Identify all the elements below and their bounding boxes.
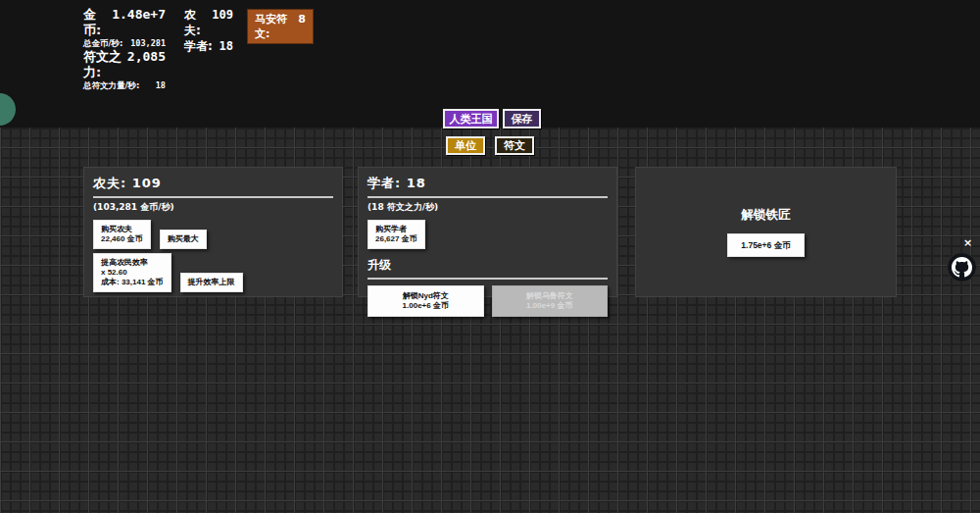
buy-farmer-label: 购买农夫	[101, 225, 143, 234]
gold-value: 1.48e+7	[112, 7, 166, 23]
scholar-panel-title: 学者: 18	[368, 175, 608, 192]
github-icon	[952, 257, 972, 278]
divider	[368, 278, 608, 280]
scholar-count: 学者: 18	[184, 38, 233, 54]
gold-label: 金币:	[83, 7, 112, 38]
maan-rune-label: 马安符文:	[255, 12, 298, 41]
unlock-nyd-label: 解锁Nyd符文	[372, 291, 479, 301]
buy-scholar-cost: 26,627 金币	[375, 234, 417, 244]
blacksmith-panel: 解锁铁匠 1.75e+6 金币	[635, 167, 897, 297]
gold-stat: 金币: 1.48e+7	[83, 7, 166, 38]
maan-rune-badge: 马安符文: 8	[247, 9, 314, 44]
buy-scholar-button[interactable]: 购买学者 26,627 金币	[368, 220, 425, 249]
github-link-button[interactable]	[947, 252, 977, 282]
tab-runes[interactable]: 符文	[495, 136, 534, 155]
buy-scholar-label: 购买学者	[375, 225, 417, 234]
maan-rune-value: 8	[298, 13, 306, 26]
rune-power-per-sec-value: 18	[156, 80, 166, 91]
save-button[interactable]: 保存	[503, 109, 541, 128]
farmer-count-value: 109	[212, 7, 233, 23]
github-widget-close-button[interactable]: ×	[963, 238, 972, 248]
improve-farmer-efficiency-button[interactable]: 提高农民效率 x 52.60 成本: 33,141 金币	[93, 253, 172, 292]
buy-farmer-cost: 22,460 金币	[101, 234, 143, 244]
upgrade-heading: 升级	[368, 257, 608, 274]
unlock-uru-label: 解锁乌鲁符文	[497, 291, 604, 301]
corner-circle-decoration	[0, 93, 16, 126]
resource-stats: 金币: 1.48e+7 总金币/秒: 103,281 符文之力: 2,085 总…	[83, 7, 166, 91]
divider	[93, 196, 333, 198]
scholar-panel: 学者: 18 (18 符文之力/秒) 购买学者 26,627 金币 升级 解锁N…	[358, 167, 617, 297]
scholar-count-label: 学者:	[184, 38, 213, 54]
unlock-blacksmith-button[interactable]: 1.75e+6 金币	[727, 233, 804, 257]
efficiency-cost: 成本: 33,141 金币	[101, 278, 164, 287]
rune-power-per-sec-label: 总符文力量/秒:	[83, 80, 140, 91]
unit-counts: 农夫: 109 学者: 18	[184, 7, 233, 54]
game-screen: 金币: 1.48e+7 总金币/秒: 103,281 符文之力: 2,085 总…	[0, 0, 980, 513]
kingdom-tab-button[interactable]: 人类王国	[443, 109, 499, 128]
unlock-uru-cost: 1.00e+9 金币	[497, 301, 604, 311]
scholar-rate: (18 符文之力/秒)	[368, 201, 608, 214]
divider	[368, 196, 608, 198]
scholar-count-value: 18	[220, 38, 233, 54]
buy-farmer-button[interactable]: 购买农夫 22,460 金币	[93, 220, 151, 249]
buy-max-farmer-button[interactable]: 购买最大	[160, 230, 207, 249]
gold-per-sec-value: 103,281	[130, 38, 166, 49]
efficiency-label: 提高农民效率	[101, 258, 164, 268]
farmer-panel: 农夫: 109 (103,281 金币/秒) 购买农夫 22,460 金币 购买…	[83, 167, 343, 297]
farmer-panel-title: 农夫: 109	[93, 175, 333, 192]
unlock-uru-rune-button[interactable]: 解锁乌鲁符文 1.00e+9 金币	[492, 285, 609, 317]
efficiency-multiplier: x 52.60	[101, 268, 164, 278]
tab-units[interactable]: 单位	[446, 136, 485, 155]
rune-power-per-sec-stat: 总符文力量/秒: 18	[83, 80, 166, 91]
rune-power-stat: 符文之力: 2,085	[83, 49, 166, 80]
unlock-nyd-cost: 1.00e+6 金币	[372, 301, 479, 311]
gold-per-sec-stat: 总金币/秒: 103,281	[83, 38, 166, 49]
raise-efficiency-cap-button[interactable]: 提升效率上限	[180, 273, 243, 292]
farmer-count: 农夫: 109	[184, 7, 233, 38]
unlock-nyd-rune-button[interactable]: 解锁Nyd符文 1.00e+6 金币	[368, 285, 484, 317]
farmer-count-label: 农夫:	[184, 7, 212, 38]
farmer-rate: (103,281 金币/秒)	[93, 201, 333, 214]
rune-power-label: 符文之力:	[83, 49, 127, 80]
gold-per-sec-label: 总金币/秒:	[83, 38, 123, 49]
rune-power-value: 2,085	[127, 49, 166, 65]
unlock-blacksmith-title: 解锁铁匠	[742, 207, 791, 224]
